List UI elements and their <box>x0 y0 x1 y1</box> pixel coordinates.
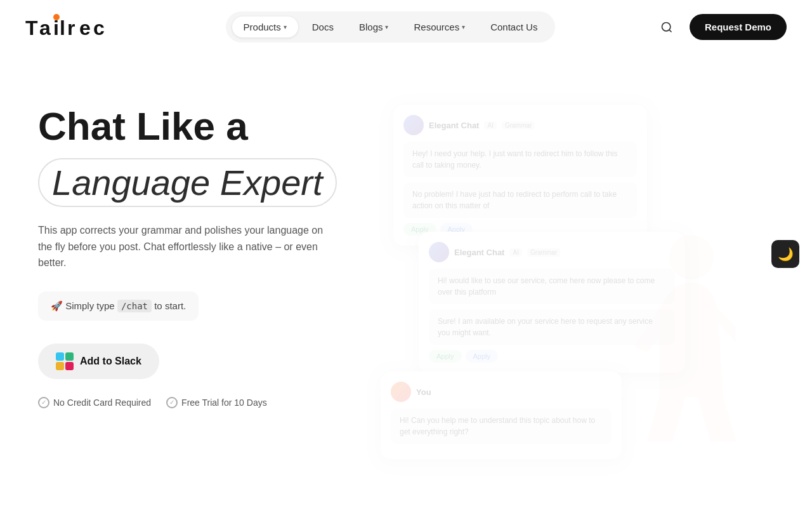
chevron-down-icon: ▾ <box>284 23 287 30</box>
svg-text:T: T <box>25 17 38 39</box>
hero-hint: 🚀 Simply type /chat to start. <box>38 291 199 321</box>
chat-tag-grammar: Grammar <box>502 121 535 130</box>
chat-header-1: Elegant Chat AI Grammar <box>403 115 637 135</box>
chat-card-3: You Hi! Can you help me to understand th… <box>381 371 622 459</box>
nav-item-blogs[interactable]: Blogs ▾ <box>348 17 400 37</box>
hero-description: This app corrects your grammar and polis… <box>38 222 330 271</box>
search-button[interactable] <box>654 15 679 40</box>
badge-no-cc: ✓ No Credit Card Required <box>38 397 151 408</box>
nav-right: Request Demo <box>654 14 787 40</box>
navbar: T a i l r e c Products ▾ Docs Blogs ▾ <box>0 0 812 54</box>
chat-avatar-1 <box>403 115 424 135</box>
hero-right: Elegant Chat AI Grammar Hey! I need your… <box>368 92 774 473</box>
chat-tag-ai: AI <box>484 121 496 130</box>
nav-item-docs[interactable]: Docs <box>301 17 345 37</box>
chat-header-3: You <box>391 382 612 402</box>
badge-free-trial: ✓ Free Trial for 10 Days <box>166 397 267 408</box>
check-icon: ✓ <box>166 397 178 408</box>
check-icon: ✓ <box>38 397 49 408</box>
hero-title: Chat Like a <box>38 105 368 148</box>
request-demo-button[interactable]: Request Demo <box>690 14 787 40</box>
chat-avatar-3 <box>391 382 411 402</box>
dark-mode-toggle[interactable]: 🌙 <box>771 240 799 268</box>
nav-item-contact[interactable]: Contact Us <box>479 17 549 37</box>
apply-btn-3[interactable]: Apply <box>429 350 462 363</box>
chevron-down-icon: ▾ <box>385 23 388 30</box>
svg-text:l: l <box>60 17 65 39</box>
svg-line-9 <box>669 29 672 32</box>
logo[interactable]: T a i l r e c <box>25 13 127 41</box>
chat-tag-grammar-2: Grammar <box>527 248 560 257</box>
search-icon <box>660 21 673 34</box>
hero-title-highlight: Language Expert <box>38 158 337 207</box>
nav-item-products[interactable]: Products ▾ <box>232 17 298 37</box>
apply-btn-4[interactable]: Apply <box>466 350 499 363</box>
chevron-down-icon: ▾ <box>462 23 465 30</box>
svg-point-3 <box>53 14 60 20</box>
chat-tag-ai-2: AI <box>509 248 521 257</box>
svg-point-8 <box>662 22 670 30</box>
chat-name-2: Elegant Chat <box>454 248 504 257</box>
hero-left: Chat Like a Language Expert This app cor… <box>38 92 368 408</box>
svg-point-10 <box>669 235 714 279</box>
nav-center: Products ▾ Docs Blogs ▾ Resources ▾ Cont… <box>226 11 556 43</box>
chat-name-3: You <box>416 387 431 397</box>
svg-text:a: a <box>39 17 51 39</box>
chat-bubble-1a: Hey! I need your help. I just want to re… <box>403 142 637 177</box>
svg-text:e: e <box>79 17 90 39</box>
add-to-slack-button[interactable]: Add to Slack <box>38 344 159 379</box>
moon-icon: 🌙 <box>778 246 794 262</box>
svg-text:r: r <box>67 17 75 39</box>
nav-item-resources[interactable]: Resources ▾ <box>402 17 476 37</box>
chat-bubble-1b: No problem! I have just had to redirect … <box>403 182 637 218</box>
slack-icon <box>56 352 74 370</box>
chat-avatar-2 <box>429 242 449 262</box>
svg-text:c: c <box>93 17 104 39</box>
hero-figure <box>609 219 787 473</box>
hero-section: Chat Like a Language Expert This app cor… <box>0 54 812 498</box>
chat-name-1: Elegant Chat <box>429 121 479 130</box>
chat-bubble-3: Hi! Can you help me to understand this t… <box>391 408 612 444</box>
hero-badges: ✓ No Credit Card Required ✓ Free Trial f… <box>38 397 368 408</box>
